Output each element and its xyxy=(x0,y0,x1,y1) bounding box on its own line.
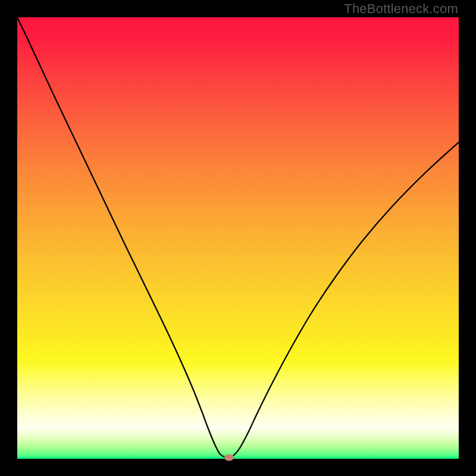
minimum-marker xyxy=(224,455,234,461)
watermark-text: TheBottleneck.com xyxy=(344,1,458,17)
bottleneck-curve xyxy=(17,17,459,459)
chart-plot-area xyxy=(17,17,459,459)
